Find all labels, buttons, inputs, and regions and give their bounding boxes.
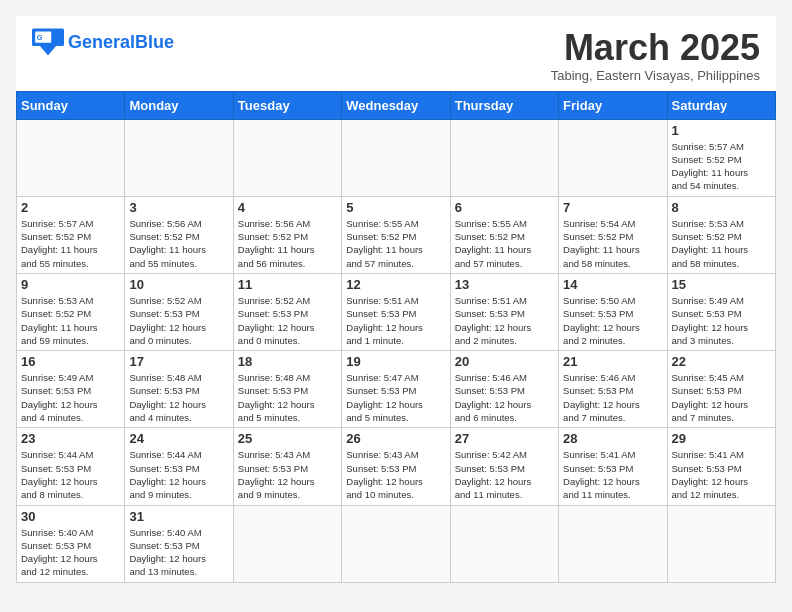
day-info: Sunrise: 5:55 AM Sunset: 5:52 PM Dayligh…: [346, 217, 445, 270]
day-info: Sunrise: 5:46 AM Sunset: 5:53 PM Dayligh…: [455, 371, 554, 424]
calendar-day-cell: 5Sunrise: 5:55 AM Sunset: 5:52 PM Daylig…: [342, 196, 450, 273]
calendar-day-cell: 19Sunrise: 5:47 AM Sunset: 5:53 PM Dayli…: [342, 351, 450, 428]
day-info: Sunrise: 5:57 AM Sunset: 5:52 PM Dayligh…: [672, 140, 771, 193]
calendar-day-cell: [450, 119, 558, 196]
day-info: Sunrise: 5:51 AM Sunset: 5:53 PM Dayligh…: [455, 294, 554, 347]
day-number: 1: [672, 123, 771, 138]
calendar-day-cell: 16Sunrise: 5:49 AM Sunset: 5:53 PM Dayli…: [17, 351, 125, 428]
day-info: Sunrise: 5:53 AM Sunset: 5:52 PM Dayligh…: [672, 217, 771, 270]
calendar-day-cell: 25Sunrise: 5:43 AM Sunset: 5:53 PM Dayli…: [233, 428, 341, 505]
day-info: Sunrise: 5:48 AM Sunset: 5:53 PM Dayligh…: [129, 371, 228, 424]
weekday-header: Saturday: [667, 91, 775, 119]
day-info: Sunrise: 5:41 AM Sunset: 5:53 PM Dayligh…: [672, 448, 771, 501]
calendar-day-cell: 24Sunrise: 5:44 AM Sunset: 5:53 PM Dayli…: [125, 428, 233, 505]
calendar-week-row: 23Sunrise: 5:44 AM Sunset: 5:53 PM Dayli…: [17, 428, 776, 505]
day-number: 11: [238, 277, 337, 292]
calendar-day-cell: 7Sunrise: 5:54 AM Sunset: 5:52 PM Daylig…: [559, 196, 667, 273]
day-info: Sunrise: 5:42 AM Sunset: 5:53 PM Dayligh…: [455, 448, 554, 501]
calendar-week-row: 2Sunrise: 5:57 AM Sunset: 5:52 PM Daylig…: [17, 196, 776, 273]
day-number: 27: [455, 431, 554, 446]
day-info: Sunrise: 5:54 AM Sunset: 5:52 PM Dayligh…: [563, 217, 662, 270]
day-info: Sunrise: 5:51 AM Sunset: 5:53 PM Dayligh…: [346, 294, 445, 347]
calendar-day-cell: 13Sunrise: 5:51 AM Sunset: 5:53 PM Dayli…: [450, 273, 558, 350]
calendar-day-cell: [667, 505, 775, 582]
calendar-day-cell: [450, 505, 558, 582]
calendar-week-row: 9Sunrise: 5:53 AM Sunset: 5:52 PM Daylig…: [17, 273, 776, 350]
calendar-day-cell: 22Sunrise: 5:45 AM Sunset: 5:53 PM Dayli…: [667, 351, 775, 428]
calendar-day-cell: 21Sunrise: 5:46 AM Sunset: 5:53 PM Dayli…: [559, 351, 667, 428]
day-info: Sunrise: 5:49 AM Sunset: 5:53 PM Dayligh…: [672, 294, 771, 347]
day-number: 28: [563, 431, 662, 446]
day-number: 9: [21, 277, 120, 292]
day-info: Sunrise: 5:41 AM Sunset: 5:53 PM Dayligh…: [563, 448, 662, 501]
day-number: 19: [346, 354, 445, 369]
day-info: Sunrise: 5:48 AM Sunset: 5:53 PM Dayligh…: [238, 371, 337, 424]
weekday-row: SundayMondayTuesdayWednesdayThursdayFrid…: [17, 91, 776, 119]
logo: G GeneralBlue: [32, 28, 174, 56]
calendar-day-cell: [125, 119, 233, 196]
day-number: 22: [672, 354, 771, 369]
day-info: Sunrise: 5:40 AM Sunset: 5:53 PM Dayligh…: [129, 526, 228, 579]
calendar-day-cell: 20Sunrise: 5:46 AM Sunset: 5:53 PM Dayli…: [450, 351, 558, 428]
day-info: Sunrise: 5:45 AM Sunset: 5:53 PM Dayligh…: [672, 371, 771, 424]
day-number: 5: [346, 200, 445, 215]
day-number: 16: [21, 354, 120, 369]
day-info: Sunrise: 5:52 AM Sunset: 5:53 PM Dayligh…: [129, 294, 228, 347]
calendar-day-cell: 14Sunrise: 5:50 AM Sunset: 5:53 PM Dayli…: [559, 273, 667, 350]
day-info: Sunrise: 5:52 AM Sunset: 5:53 PM Dayligh…: [238, 294, 337, 347]
calendar-body: 1Sunrise: 5:57 AM Sunset: 5:52 PM Daylig…: [17, 119, 776, 582]
day-number: 29: [672, 431, 771, 446]
calendar-day-cell: 30Sunrise: 5:40 AM Sunset: 5:53 PM Dayli…: [17, 505, 125, 582]
day-info: Sunrise: 5:55 AM Sunset: 5:52 PM Dayligh…: [455, 217, 554, 270]
day-number: 13: [455, 277, 554, 292]
day-number: 25: [238, 431, 337, 446]
day-number: 21: [563, 354, 662, 369]
calendar-day-cell: 9Sunrise: 5:53 AM Sunset: 5:52 PM Daylig…: [17, 273, 125, 350]
calendar-day-cell: [559, 505, 667, 582]
day-number: 3: [129, 200, 228, 215]
calendar-day-cell: 4Sunrise: 5:56 AM Sunset: 5:52 PM Daylig…: [233, 196, 341, 273]
day-info: Sunrise: 5:49 AM Sunset: 5:53 PM Dayligh…: [21, 371, 120, 424]
calendar-week-row: 1Sunrise: 5:57 AM Sunset: 5:52 PM Daylig…: [17, 119, 776, 196]
location-subtitle: Tabing, Eastern Visayas, Philippines: [551, 68, 760, 83]
day-number: 26: [346, 431, 445, 446]
day-number: 7: [563, 200, 662, 215]
weekday-header: Tuesday: [233, 91, 341, 119]
weekday-header: Friday: [559, 91, 667, 119]
calendar-day-cell: 8Sunrise: 5:53 AM Sunset: 5:52 PM Daylig…: [667, 196, 775, 273]
svg-text:G: G: [37, 33, 43, 42]
calendar-day-cell: [559, 119, 667, 196]
day-info: Sunrise: 5:43 AM Sunset: 5:53 PM Dayligh…: [238, 448, 337, 501]
calendar-day-cell: 11Sunrise: 5:52 AM Sunset: 5:53 PM Dayli…: [233, 273, 341, 350]
day-info: Sunrise: 5:50 AM Sunset: 5:53 PM Dayligh…: [563, 294, 662, 347]
month-title: March 2025: [551, 28, 760, 68]
title-block: March 2025 Tabing, Eastern Visayas, Phil…: [551, 28, 760, 83]
weekday-header: Monday: [125, 91, 233, 119]
day-number: 30: [21, 509, 120, 524]
calendar-day-cell: 17Sunrise: 5:48 AM Sunset: 5:53 PM Dayli…: [125, 351, 233, 428]
day-info: Sunrise: 5:40 AM Sunset: 5:53 PM Dayligh…: [21, 526, 120, 579]
day-info: Sunrise: 5:47 AM Sunset: 5:53 PM Dayligh…: [346, 371, 445, 424]
weekday-header: Wednesday: [342, 91, 450, 119]
calendar-day-cell: 18Sunrise: 5:48 AM Sunset: 5:53 PM Dayli…: [233, 351, 341, 428]
calendar-day-cell: 1Sunrise: 5:57 AM Sunset: 5:52 PM Daylig…: [667, 119, 775, 196]
day-number: 14: [563, 277, 662, 292]
day-number: 23: [21, 431, 120, 446]
calendar-week-row: 16Sunrise: 5:49 AM Sunset: 5:53 PM Dayli…: [17, 351, 776, 428]
day-number: 10: [129, 277, 228, 292]
calendar-day-cell: 12Sunrise: 5:51 AM Sunset: 5:53 PM Dayli…: [342, 273, 450, 350]
day-number: 6: [455, 200, 554, 215]
day-info: Sunrise: 5:44 AM Sunset: 5:53 PM Dayligh…: [129, 448, 228, 501]
weekday-header: Thursday: [450, 91, 558, 119]
calendar: SundayMondayTuesdayWednesdayThursdayFrid…: [16, 91, 776, 583]
calendar-day-cell: [342, 119, 450, 196]
calendar-day-cell: [17, 119, 125, 196]
day-number: 17: [129, 354, 228, 369]
calendar-day-cell: 6Sunrise: 5:55 AM Sunset: 5:52 PM Daylig…: [450, 196, 558, 273]
day-number: 2: [21, 200, 120, 215]
page: G GeneralBlue March 2025 Tabing, Eastern…: [16, 16, 776, 583]
day-number: 31: [129, 509, 228, 524]
day-number: 15: [672, 277, 771, 292]
calendar-header: SundayMondayTuesdayWednesdayThursdayFrid…: [17, 91, 776, 119]
day-number: 12: [346, 277, 445, 292]
